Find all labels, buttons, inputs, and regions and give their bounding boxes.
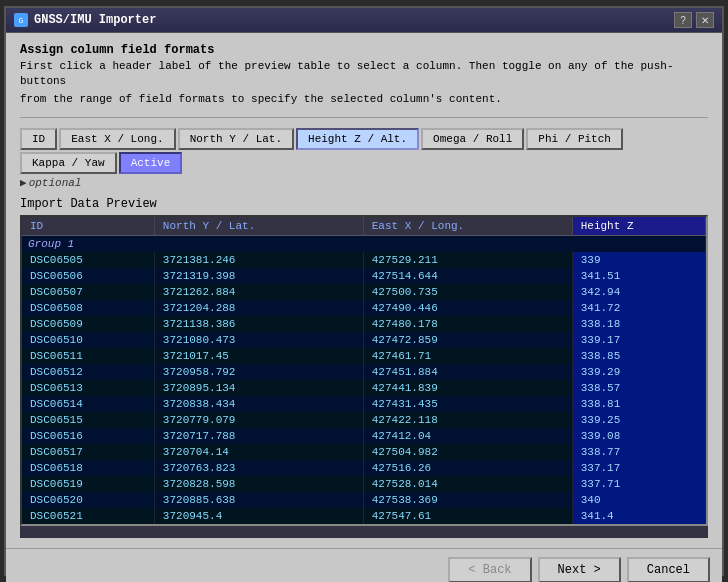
table-row[interactable]: DSC065103721080.473427472.859339.17: [22, 332, 706, 348]
cell-east: 427441.839: [363, 380, 572, 396]
cell-north: 3720763.823: [154, 460, 363, 476]
col-header-height[interactable]: Height Z: [572, 217, 705, 236]
cell-north: 3720838.434: [154, 396, 363, 412]
group-header-row: Group 1: [22, 236, 706, 253]
table-row[interactable]: DSC065183720763.823427516.26337.17: [22, 460, 706, 476]
cell-id: DSC06513: [22, 380, 154, 396]
table-row[interactable]: DSC065203720885.638427538.369340: [22, 492, 706, 508]
table-row[interactable]: DSC065173720704.14427504.982338.77: [22, 444, 706, 460]
cell-north: 3720895.134: [154, 380, 363, 396]
cell-north: 3721262.884: [154, 284, 363, 300]
cell-east: 427472.859: [363, 332, 572, 348]
cell-id: DSC06508: [22, 300, 154, 316]
cancel-button[interactable]: Cancel: [627, 557, 710, 582]
btn-kappa[interactable]: Kappa / Yaw: [20, 152, 117, 174]
table-row[interactable]: DSC065123720958.792427451.884339.29: [22, 364, 706, 380]
cell-height: 338.77: [572, 444, 705, 460]
btn-active[interactable]: Active: [119, 152, 183, 174]
cell-north: 3720717.788: [154, 428, 363, 444]
cell-id: DSC06517: [22, 444, 154, 460]
cell-east: 427490.446: [363, 300, 572, 316]
optional-wrapper: ▶ optional: [20, 176, 708, 189]
cell-height: 337.17: [572, 460, 705, 476]
btn-omega[interactable]: Omega / Roll: [421, 128, 524, 150]
data-table: ID North Y / Lat. East X / Long. Height …: [22, 217, 706, 524]
table-row[interactable]: DSC065193720828.598427528.014337.71: [22, 476, 706, 492]
table-row[interactable]: DSC065113721017.45427461.71338.85: [22, 348, 706, 364]
cell-id: DSC06510: [22, 332, 154, 348]
cell-height: 337.71: [572, 476, 705, 492]
table-row[interactable]: DSC065143720838.434427431.435338.81: [22, 396, 706, 412]
cell-height: 340: [572, 492, 705, 508]
next-button[interactable]: Next >: [538, 557, 621, 582]
main-window: G GNSS/IMU Importer ? ✕ Assign column fi…: [4, 6, 724, 576]
cell-height: 338.57: [572, 380, 705, 396]
cell-id: DSC06519: [22, 476, 154, 492]
cell-east: 427431.435: [363, 396, 572, 412]
instructions-line1: First click a header label of the previe…: [20, 59, 708, 90]
cell-north: 3720704.14: [154, 444, 363, 460]
cell-height: 341.72: [572, 300, 705, 316]
table-row[interactable]: DSC065163720717.788427412.04339.08: [22, 428, 706, 444]
cell-north: 3721204.288: [154, 300, 363, 316]
title-bar: G GNSS/IMU Importer ? ✕: [6, 8, 722, 33]
cell-north: 3721138.386: [154, 316, 363, 332]
btn-id[interactable]: ID: [20, 128, 57, 150]
cell-height: 341.51: [572, 268, 705, 284]
cell-id: DSC06512: [22, 364, 154, 380]
optional-arrow-icon: ▶: [20, 176, 27, 189]
table-row[interactable]: DSC065053721381.246427529.211339: [22, 252, 706, 268]
table-row[interactable]: DSC065063721319.398427514.644341.51: [22, 268, 706, 284]
cell-east: 427422.118: [363, 412, 572, 428]
btn-phi[interactable]: Phi / Pitch: [526, 128, 623, 150]
col-header-north[interactable]: North Y / Lat.: [154, 217, 363, 236]
table-row[interactable]: DSC065153720779.079427422.118339.25: [22, 412, 706, 428]
cell-height: 338.18: [572, 316, 705, 332]
instructions-panel: Assign column field formats First click …: [20, 43, 708, 107]
cell-id: DSC06507: [22, 284, 154, 300]
cell-north: 3720828.598: [154, 476, 363, 492]
cell-east: 427412.04: [363, 428, 572, 444]
cell-height: 342.94: [572, 284, 705, 300]
preview-section: Import Data Preview ID North Y / Lat. Ea…: [20, 197, 708, 538]
table-header-row: ID North Y / Lat. East X / Long. Height …: [22, 217, 706, 236]
btn-north[interactable]: North Y / Lat.: [178, 128, 294, 150]
col-header-east[interactable]: East X / Long.: [363, 217, 572, 236]
window-title: GNSS/IMU Importer: [34, 13, 156, 27]
cell-id: DSC06518: [22, 460, 154, 476]
close-button[interactable]: ✕: [696, 12, 714, 28]
table-row[interactable]: DSC065073721262.884427500.735342.94: [22, 284, 706, 300]
cell-east: 427500.735: [363, 284, 572, 300]
cell-height: 339.08: [572, 428, 705, 444]
table-row[interactable]: DSC065213720945.4427547.61341.4: [22, 508, 706, 524]
btn-east[interactable]: East X / Long.: [59, 128, 175, 150]
table-row[interactable]: DSC065133720895.134427441.839338.57: [22, 380, 706, 396]
btn-height[interactable]: Height Z / Alt.: [296, 128, 419, 150]
table-container[interactable]: ID North Y / Lat. East X / Long. Height …: [20, 215, 708, 526]
horizontal-scrollbar[interactable]: [20, 526, 708, 538]
table-row[interactable]: DSC065083721204.288427490.446341.72: [22, 300, 706, 316]
cell-east: 427480.178: [363, 316, 572, 332]
cell-east: 427529.211: [363, 252, 572, 268]
cell-north: 3720958.792: [154, 364, 363, 380]
cell-id: DSC06506: [22, 268, 154, 284]
cell-height: 339: [572, 252, 705, 268]
cell-height: 341.4: [572, 508, 705, 524]
cell-north: 3721381.246: [154, 252, 363, 268]
cell-id: DSC06516: [22, 428, 154, 444]
cell-east: 427461.71: [363, 348, 572, 364]
footer: < Back Next > Cancel: [6, 548, 722, 582]
optional-label: optional: [29, 177, 82, 189]
help-button[interactable]: ?: [674, 12, 692, 28]
back-button[interactable]: < Back: [448, 557, 531, 582]
cell-north: 3721017.45: [154, 348, 363, 364]
main-content: Assign column field formats First click …: [6, 33, 722, 548]
instructions-title: Assign column field formats: [20, 43, 708, 57]
cell-height: 339.25: [572, 412, 705, 428]
table-body: Group 1 DSC065053721381.246427529.211339…: [22, 236, 706, 525]
cell-height: 339.17: [572, 332, 705, 348]
col-header-id[interactable]: ID: [22, 217, 154, 236]
table-row[interactable]: DSC065093721138.386427480.178338.18: [22, 316, 706, 332]
field-buttons-row: ID East X / Long. North Y / Lat. Height …: [20, 128, 708, 174]
divider: [20, 117, 708, 118]
